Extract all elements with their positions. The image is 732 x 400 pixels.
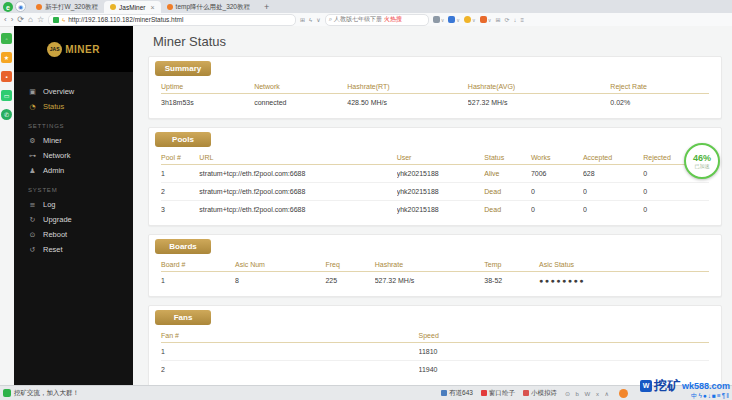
tab-close-icon[interactable]: ×	[150, 4, 154, 11]
pool-row-3: 3 stratum+tcp://eth.f2pool.com:6688 yhk2…	[161, 201, 709, 218]
overview-icon: ▣	[28, 88, 37, 96]
sidebar-item-label: Admin	[43, 166, 64, 175]
sidebar-item-label: Upgrade	[43, 215, 72, 224]
extension-blue-button[interactable]: ∨	[448, 16, 460, 23]
cell: 1	[161, 272, 235, 289]
tab-bar: e ◉ 新手打W_320教程 JasMiner × temp降什么用处_320教…	[0, 0, 732, 13]
search-box[interactable]: ⌕ 人教版七年级下册 火热搜	[325, 14, 429, 26]
tab-1-favicon-icon	[36, 4, 42, 10]
mail-icon[interactable]: ▭	[1, 90, 12, 101]
extension-orange-button[interactable]: ∨	[480, 16, 492, 23]
taskbar-button-2[interactable]: 窗口绘子	[481, 389, 515, 398]
pinned-app-icon[interactable]: ▪	[1, 71, 12, 82]
home-button[interactable]: ⌂	[28, 16, 33, 24]
col-speed: Speed	[419, 327, 709, 342]
new-tab-button[interactable]: +	[264, 2, 269, 12]
col-hashrate: Hashrate	[375, 256, 485, 271]
download-icon[interactable]: ↓	[513, 17, 516, 23]
site-safety-shield-icon	[53, 17, 59, 23]
col-board-num: Board #	[161, 256, 235, 271]
col-status: Status	[484, 149, 531, 164]
tray-mini-icons[interactable]: ⊙ b W x ∧	[565, 390, 611, 397]
tab-2-favicon-icon	[110, 4, 116, 10]
sidebar-item-overview[interactable]: ▣ Overview	[28, 84, 133, 99]
fan-speed: 11810	[419, 343, 709, 360]
sidebar-section-settings: SETTINGS	[28, 123, 133, 129]
reject-rate-value: 0.02%	[610, 94, 709, 111]
sidebar-item-label: Status	[43, 102, 64, 111]
summary-card: Summary Uptime Network Hashrate(RT) Hash…	[148, 56, 722, 119]
phone-icon[interactable]: ✆	[1, 109, 12, 120]
taskbar-button-1[interactable]: 有道643	[441, 389, 473, 398]
extension-yellow-button[interactable]: ∨	[464, 16, 476, 23]
cell: 0	[643, 201, 709, 218]
cell: 0	[643, 183, 709, 200]
sidebar-item-log[interactable]: ≡ Log	[28, 197, 133, 212]
forward-button[interactable]: ›	[11, 16, 14, 24]
pools-header-row: Pool # URL User Status Works Accepted Re…	[161, 149, 709, 165]
sidebar: JAS MINER ▣ Overview ◔ Status SETTINGS ⚙…	[14, 26, 133, 386]
sync-icon[interactable]: ⟳	[504, 16, 509, 23]
tray-orange-ball-icon[interactable]	[619, 389, 628, 398]
col-fan-num: Fan #	[161, 327, 419, 342]
hashrate-avg-value: 527.32 MH/s	[468, 94, 610, 111]
tab-2-jasminer[interactable]: JasMiner ×	[104, 1, 160, 13]
network-value: connected	[254, 94, 347, 111]
tab-1[interactable]: 新手打W_320教程	[30, 1, 104, 13]
speed-mode-icon[interactable]: ϟ	[62, 17, 65, 23]
taskbar-chat-button[interactable]: 挖矿交流，加入大群！	[3, 389, 79, 398]
speed-ball[interactable]: 46% 已加速	[684, 143, 720, 179]
network-icon: ⊶	[28, 152, 37, 160]
pool-status: Dead	[484, 201, 531, 218]
sidebar-item-admin[interactable]: ♟ Admin	[28, 163, 133, 178]
watermark-brand: 挖矿	[654, 379, 680, 392]
turbo-icon[interactable]: ϟ	[309, 17, 312, 23]
cell: 7006	[531, 165, 583, 182]
tab-2-title: JasMiner	[119, 4, 145, 11]
pool-status: Dead	[484, 183, 531, 200]
browser-menu-icon[interactable]: ≡	[520, 17, 524, 23]
cell: 0	[531, 201, 583, 218]
sidebar-item-label: Reboot	[43, 230, 67, 239]
wechat-icon[interactable]: ◦	[1, 33, 12, 44]
col-asic-num: Asic Num	[235, 256, 325, 271]
taskbar-button-3[interactable]: 小模拟诗	[523, 389, 557, 398]
sidebar-item-reboot[interactable]: ⊙ Reboot	[28, 227, 133, 242]
back-button[interactable]: ‹	[4, 16, 7, 24]
asic-status-dots: ●●●●●●●●	[539, 272, 709, 289]
app-icon	[481, 390, 487, 396]
fan-speed: 11940	[419, 361, 709, 378]
url-field[interactable]: ϟ http://192.168.110.182/minerStatus.htm…	[48, 14, 296, 26]
browser-logo-icon[interactable]: e	[3, 2, 13, 12]
jasminer-logo: JAS MINER	[14, 26, 133, 72]
sidebar-item-reset[interactable]: ↺ Reset	[28, 242, 133, 257]
url-dropdown-chevron-icon[interactable]: ∨	[316, 16, 320, 23]
chat-app-icon	[3, 389, 11, 397]
sidebar-item-status[interactable]: ◔ Status	[28, 99, 133, 114]
sidebar-item-label: Reset	[43, 245, 63, 254]
address-bar: ‹ › ⟳ ⌂ ☆ ϟ http://192.168.110.182/miner…	[0, 13, 732, 27]
col-uptime: Uptime	[161, 78, 254, 93]
apps-grid-icon[interactable]: ⊞	[300, 16, 305, 23]
sidebar-item-upgrade[interactable]: ↻ Upgrade	[28, 212, 133, 227]
taskbar-chat-text: 挖矿交流，加入大群！	[14, 389, 79, 398]
sidebar-item-miner[interactable]: ⚙ Miner	[28, 133, 133, 148]
tab-3[interactable]: temp降什么用处_320教程	[161, 1, 256, 13]
tab-3-favicon-icon	[167, 4, 173, 10]
sidebar-item-label: Log	[43, 200, 56, 209]
sidebar-item-network[interactable]: ⊶ Network	[28, 148, 133, 163]
watermark: W 挖矿 wk588.com 中ϟ●↓■≡¶‖	[640, 379, 730, 400]
log-icon: ≡	[28, 201, 37, 209]
extension-scissors-button[interactable]: ∨	[433, 16, 445, 23]
cell: yhk20215188	[397, 165, 485, 182]
refresh-button[interactable]: ⟳	[17, 16, 24, 24]
cell: 628	[583, 165, 643, 182]
cell: yhk20215188	[397, 201, 485, 218]
desktop-screen: e ◉ 新手打W_320教程 JasMiner × temp降什么用处_320教…	[0, 0, 732, 400]
sidebar-item-label: Miner	[43, 136, 62, 145]
taskbar-button-label: 小模拟诗	[531, 389, 557, 398]
profile-icon[interactable]: ◉	[15, 1, 26, 12]
favorites-star-icon[interactable]: ★	[1, 52, 12, 63]
favorite-button[interactable]: ☆	[37, 16, 44, 24]
extensions-grid-icon[interactable]: ⊞	[495, 16, 500, 23]
